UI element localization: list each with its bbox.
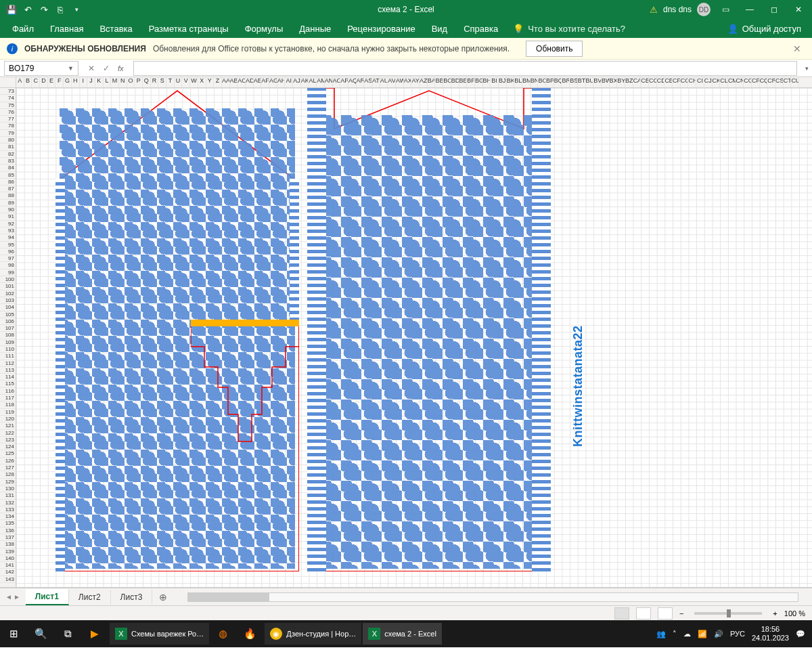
row-header[interactable]: 104: [0, 304, 16, 311]
tab-help[interactable]: Справка: [455, 19, 506, 38]
col-header[interactable]: M: [111, 77, 119, 87]
row-header[interactable]: 103: [0, 297, 16, 304]
col-header[interactable]: AU: [380, 77, 388, 87]
close-icon[interactable]: ✕: [789, 2, 808, 17]
col-header[interactable]: CT: [784, 77, 792, 87]
col-header[interactable]: BE: [459, 77, 468, 87]
row-header[interactable]: 76: [0, 109, 16, 116]
formula-expand-icon[interactable]: ▾: [801, 65, 812, 72]
tell-me-search[interactable]: 💡 Что вы хотите сделать?: [513, 24, 625, 34]
col-header[interactable]: B: [24, 77, 32, 87]
col-header[interactable]: AH: [277, 77, 286, 87]
col-header[interactable]: AF: [261, 77, 269, 87]
row-header[interactable]: 90: [0, 207, 16, 213]
row-header[interactable]: 95: [0, 242, 16, 248]
col-header[interactable]: BU: [586, 77, 594, 87]
row-header[interactable]: 112: [0, 360, 16, 367]
col-header[interactable]: BQ: [554, 77, 562, 87]
col-header[interactable]: CA: [633, 77, 641, 87]
row-header[interactable]: 136: [0, 527, 16, 534]
col-header[interactable]: Z: [214, 77, 222, 87]
col-header[interactable]: BC: [443, 77, 451, 87]
row-header[interactable]: 97: [0, 255, 16, 262]
row-header[interactable]: 82: [0, 151, 16, 158]
col-header[interactable]: D: [40, 77, 48, 87]
action-center-icon[interactable]: 💬: [796, 630, 805, 638]
col-header[interactable]: CC: [649, 77, 657, 87]
horizontal-scrollbar[interactable]: [187, 592, 798, 602]
col-header[interactable]: CD: [657, 77, 665, 87]
row-header[interactable]: 78: [0, 123, 16, 129]
sheet-nav[interactable]: ◄►: [0, 593, 26, 601]
touch-mode-icon[interactable]: ⎘: [53, 2, 68, 17]
volume-icon[interactable]: 🔊: [714, 630, 723, 638]
col-header[interactable]: V: [182, 77, 190, 87]
row-header[interactable]: 135: [0, 520, 16, 527]
col-header[interactable]: BH: [483, 77, 491, 87]
row-header[interactable]: 99: [0, 269, 16, 276]
col-header[interactable]: CR: [767, 77, 775, 87]
col-header[interactable]: AW: [396, 77, 404, 87]
row-header[interactable]: 93: [0, 228, 16, 234]
row-header[interactable]: 88: [0, 192, 16, 199]
col-header[interactable]: CB: [641, 77, 649, 87]
col-header[interactable]: AI: [285, 77, 293, 87]
col-header[interactable]: AC: [238, 77, 246, 87]
row-header[interactable]: 73: [0, 88, 16, 95]
tab-data[interactable]: Данные: [291, 19, 339, 38]
row-header[interactable]: 120: [0, 416, 16, 422]
row-header[interactable]: 77: [0, 116, 16, 123]
col-header[interactable]: W: [190, 77, 198, 87]
col-header[interactable]: BV: [593, 77, 602, 87]
col-header[interactable]: BS: [570, 77, 578, 87]
col-header[interactable]: BT: [578, 77, 586, 87]
col-header[interactable]: E: [48, 77, 56, 87]
tab-insert[interactable]: Вставка: [91, 19, 140, 38]
col-header[interactable]: AJ: [293, 77, 301, 87]
row-header[interactable]: 106: [0, 318, 16, 325]
row-header[interactable]: 74: [0, 95, 16, 102]
col-header[interactable]: BX: [610, 77, 618, 87]
row-header[interactable]: 110: [0, 346, 16, 353]
col-header[interactable]: R: [151, 77, 159, 87]
account-avatar[interactable]: DD: [697, 3, 710, 16]
col-header[interactable]: Y: [206, 77, 215, 87]
row-header[interactable]: 121: [0, 422, 16, 429]
taskbar-app-1[interactable]: X Схемы варежек Ро…: [110, 623, 209, 645]
row-header[interactable]: 113: [0, 367, 16, 374]
row-header[interactable]: 138: [0, 541, 16, 548]
undo-icon[interactable]: ↶: [20, 2, 35, 17]
row-header[interactable]: 92: [0, 221, 16, 228]
col-header[interactable]: BD: [451, 77, 459, 87]
col-header[interactable]: BA: [428, 77, 436, 87]
row-header[interactable]: 89: [0, 200, 16, 207]
tab-file[interactable]: Файл: [4, 19, 42, 38]
row-header[interactable]: 101: [0, 283, 16, 290]
row-header[interactable]: 141: [0, 562, 16, 569]
col-header[interactable]: CO: [744, 77, 752, 87]
taskbar-clock[interactable]: 18:56 24.01.2023: [752, 625, 789, 643]
minimize-icon[interactable]: —: [740, 2, 759, 17]
page-break-view-icon[interactable]: [658, 607, 673, 620]
col-header[interactable]: CJ: [704, 77, 713, 87]
row-header[interactable]: 126: [0, 458, 16, 464]
tab-pagelayout[interactable]: Разметка страницы: [141, 19, 237, 38]
col-header[interactable]: BB: [435, 77, 443, 87]
col-header[interactable]: X: [198, 77, 206, 87]
col-header[interactable]: A: [16, 77, 24, 87]
row-header[interactable]: 114: [0, 374, 16, 381]
col-header[interactable]: AQ: [348, 77, 357, 87]
col-header[interactable]: L: [104, 77, 112, 87]
col-header[interactable]: T: [166, 77, 175, 87]
maximize-icon[interactable]: ◻: [765, 2, 784, 17]
row-header[interactable]: 133: [0, 506, 16, 513]
row-header[interactable]: 111: [0, 353, 16, 360]
col-header[interactable]: AS: [364, 77, 372, 87]
cancel-formula-icon[interactable]: ✕: [88, 64, 95, 73]
col-header[interactable]: C: [32, 77, 40, 87]
fx-icon[interactable]: fx: [118, 64, 124, 72]
share-button[interactable]: 👤 Общий доступ: [727, 24, 808, 34]
row-header[interactable]: 137: [0, 534, 16, 541]
row-headers[interactable]: 7374757677787980818283848586878889909192…: [0, 88, 16, 587]
col-header[interactable]: BW: [602, 77, 610, 87]
